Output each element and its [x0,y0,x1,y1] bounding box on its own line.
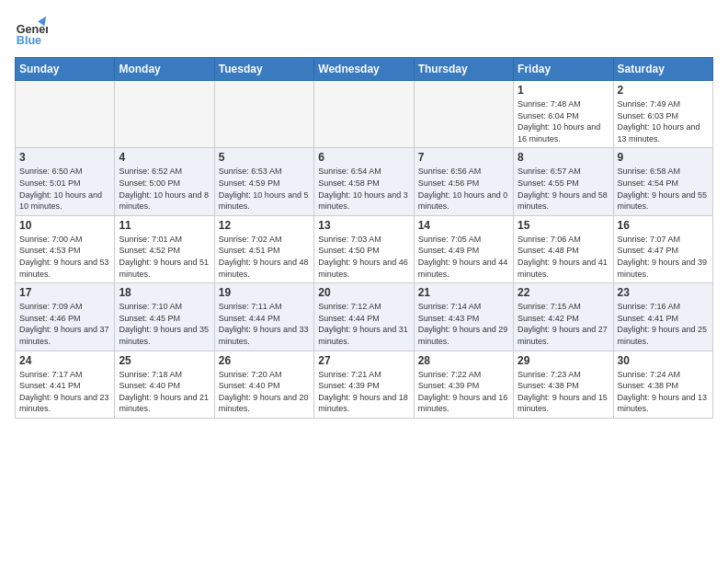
calendar-cell [214,81,313,148]
weekday-header: Monday [115,58,214,81]
cell-info: Sunrise: 7:02 AM Sunset: 4:51 PM Dayligh… [219,234,310,280]
day-number: 22 [518,286,609,299]
day-number: 5 [219,151,310,164]
cell-info: Sunrise: 6:58 AM Sunset: 4:54 PM Dayligh… [618,166,709,212]
cell-info: Sunrise: 6:50 AM Sunset: 5:01 PM Dayligh… [19,166,110,212]
cell-info: Sunrise: 7:16 AM Sunset: 4:41 PM Dayligh… [618,301,709,347]
day-number: 20 [318,286,409,299]
calendar-cell: 16Sunrise: 7:07 AM Sunset: 4:47 PM Dayli… [613,215,712,282]
calendar-cell: 8Sunrise: 6:57 AM Sunset: 4:55 PM Daylig… [514,148,613,215]
calendar-header-row: SundayMondayTuesdayWednesdayThursdayFrid… [16,58,713,81]
day-number: 29 [518,354,609,367]
day-number: 30 [618,354,709,367]
day-number: 1 [518,84,609,97]
cell-info: Sunrise: 7:05 AM Sunset: 4:49 PM Dayligh… [418,234,509,280]
cell-info: Sunrise: 7:14 AM Sunset: 4:43 PM Dayligh… [418,301,509,347]
calendar-cell: 21Sunrise: 7:14 AM Sunset: 4:43 PM Dayli… [414,283,513,350]
cell-info: Sunrise: 7:17 AM Sunset: 4:41 PM Dayligh… [19,369,110,415]
day-number: 12 [219,219,310,232]
calendar-week-row: 1Sunrise: 7:48 AM Sunset: 6:04 PM Daylig… [16,81,713,148]
calendar-cell: 20Sunrise: 7:12 AM Sunset: 4:44 PM Dayli… [314,283,414,350]
day-number: 13 [318,219,409,232]
day-number: 23 [618,286,709,299]
calendar-cell: 14Sunrise: 7:05 AM Sunset: 4:49 PM Dayli… [414,215,513,282]
cell-info: Sunrise: 7:48 AM Sunset: 6:04 PM Dayligh… [518,98,609,144]
calendar-cell: 29Sunrise: 7:23 AM Sunset: 4:38 PM Dayli… [514,350,613,418]
weekday-header: Friday [514,58,613,81]
cell-info: Sunrise: 6:56 AM Sunset: 4:56 PM Dayligh… [418,166,509,212]
calendar-cell: 7Sunrise: 6:56 AM Sunset: 4:56 PM Daylig… [414,148,513,215]
calendar-cell: 15Sunrise: 7:06 AM Sunset: 4:48 PM Dayli… [514,215,613,282]
weekday-header: Sunday [16,58,115,81]
cell-info: Sunrise: 7:01 AM Sunset: 4:52 PM Dayligh… [119,234,210,280]
calendar-cell: 30Sunrise: 7:24 AM Sunset: 4:38 PM Dayli… [613,350,712,418]
calendar-cell: 26Sunrise: 7:20 AM Sunset: 4:40 PM Dayli… [214,350,313,418]
weekday-header: Thursday [414,58,513,81]
day-number: 26 [219,354,310,367]
svg-text:Blue: Blue [17,34,41,47]
day-number: 7 [418,151,509,164]
calendar-cell: 18Sunrise: 7:10 AM Sunset: 4:45 PM Dayli… [115,283,214,350]
weekday-header: Saturday [613,58,712,81]
day-number: 14 [418,219,509,232]
calendar-cell: 10Sunrise: 7:00 AM Sunset: 4:53 PM Dayli… [16,215,115,282]
weekday-header: Wednesday [314,58,414,81]
day-number: 28 [418,354,509,367]
calendar-table: SundayMondayTuesdayWednesdayThursdayFrid… [15,57,713,419]
cell-info: Sunrise: 7:22 AM Sunset: 4:39 PM Dayligh… [418,369,509,415]
calendar-cell [16,81,115,148]
calendar-cell: 13Sunrise: 7:03 AM Sunset: 4:50 PM Dayli… [314,215,414,282]
calendar-cell [115,81,214,148]
calendar-cell: 4Sunrise: 6:52 AM Sunset: 5:00 PM Daylig… [115,148,214,215]
day-number: 9 [618,151,709,164]
day-number: 25 [119,354,210,367]
cell-info: Sunrise: 7:07 AM Sunset: 4:47 PM Dayligh… [618,234,709,280]
day-number: 18 [119,286,210,299]
calendar-cell: 27Sunrise: 7:21 AM Sunset: 4:39 PM Dayli… [314,350,414,418]
day-number: 2 [618,84,709,97]
cell-info: Sunrise: 7:49 AM Sunset: 6:03 PM Dayligh… [618,98,709,144]
day-number: 19 [219,286,310,299]
day-number: 10 [19,219,110,232]
calendar-cell: 12Sunrise: 7:02 AM Sunset: 4:51 PM Dayli… [214,215,313,282]
cell-info: Sunrise: 7:00 AM Sunset: 4:53 PM Dayligh… [19,234,110,280]
calendar-cell: 28Sunrise: 7:22 AM Sunset: 4:39 PM Dayli… [414,350,513,418]
day-number: 8 [518,151,609,164]
calendar-cell: 9Sunrise: 6:58 AM Sunset: 4:54 PM Daylig… [613,148,712,215]
day-number: 6 [318,151,409,164]
cell-info: Sunrise: 7:15 AM Sunset: 4:42 PM Dayligh… [518,301,609,347]
cell-info: Sunrise: 7:18 AM Sunset: 4:40 PM Dayligh… [119,369,210,415]
weekday-header: Tuesday [214,58,313,81]
day-number: 24 [19,354,110,367]
day-number: 15 [518,219,609,232]
cell-info: Sunrise: 7:10 AM Sunset: 4:45 PM Dayligh… [119,301,210,347]
cell-info: Sunrise: 6:52 AM Sunset: 5:00 PM Dayligh… [119,166,210,212]
calendar-cell [314,81,414,148]
cell-info: Sunrise: 7:11 AM Sunset: 4:44 PM Dayligh… [219,301,310,347]
calendar-cell: 25Sunrise: 7:18 AM Sunset: 4:40 PM Dayli… [115,350,214,418]
cell-info: Sunrise: 7:24 AM Sunset: 4:38 PM Dayligh… [618,369,709,415]
calendar-week-row: 3Sunrise: 6:50 AM Sunset: 5:01 PM Daylig… [16,148,713,215]
cell-info: Sunrise: 6:53 AM Sunset: 4:59 PM Dayligh… [219,166,310,212]
calendar-cell: 22Sunrise: 7:15 AM Sunset: 4:42 PM Dayli… [514,283,613,350]
cell-info: Sunrise: 7:20 AM Sunset: 4:40 PM Dayligh… [219,369,310,415]
calendar-week-row: 17Sunrise: 7:09 AM Sunset: 4:46 PM Dayli… [16,283,713,350]
day-number: 11 [119,219,210,232]
cell-info: Sunrise: 7:06 AM Sunset: 4:48 PM Dayligh… [518,234,609,280]
calendar-cell: 2Sunrise: 7:49 AM Sunset: 6:03 PM Daylig… [613,81,712,148]
cell-info: Sunrise: 7:09 AM Sunset: 4:46 PM Dayligh… [19,301,110,347]
day-number: 16 [618,219,709,232]
logo-icon: General Blue [15,15,48,48]
calendar-cell: 3Sunrise: 6:50 AM Sunset: 5:01 PM Daylig… [16,148,115,215]
day-number: 21 [418,286,509,299]
cell-info: Sunrise: 6:57 AM Sunset: 4:55 PM Dayligh… [518,166,609,212]
cell-info: Sunrise: 6:54 AM Sunset: 4:58 PM Dayligh… [318,166,409,212]
calendar-cell: 23Sunrise: 7:16 AM Sunset: 4:41 PM Dayli… [613,283,712,350]
calendar-cell: 24Sunrise: 7:17 AM Sunset: 4:41 PM Dayli… [16,350,115,418]
calendar-cell: 19Sunrise: 7:11 AM Sunset: 4:44 PM Dayli… [214,283,313,350]
cell-info: Sunrise: 7:23 AM Sunset: 4:38 PM Dayligh… [518,369,609,415]
day-number: 4 [119,151,210,164]
logo: General Blue [15,15,48,48]
page-header: General Blue [15,15,713,48]
cell-info: Sunrise: 7:03 AM Sunset: 4:50 PM Dayligh… [318,234,409,280]
